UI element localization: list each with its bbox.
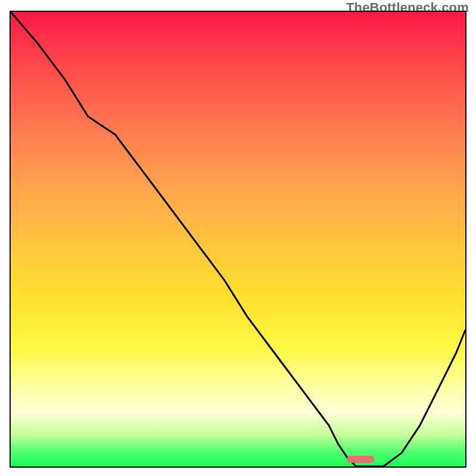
chart-frame: TheBottleneck.com (0, 0, 476, 476)
optimal-range-marker (347, 456, 374, 463)
curve-layer (11, 12, 465, 466)
bottleneck-curve (11, 12, 465, 466)
plot-area (11, 12, 465, 466)
